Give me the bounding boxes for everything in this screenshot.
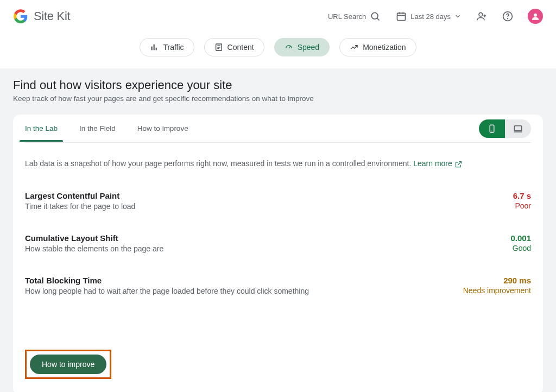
metric-desc: Time it takes for the page to load [25,202,513,211]
bar-chart-icon [150,43,159,52]
svg-rect-2 [397,13,406,20]
metric-rating: Poor [513,201,531,210]
page-title: Find out how visitors experience your si… [13,78,543,92]
nav-content-label: Content [228,43,254,52]
url-search-label: URL Search [328,12,366,21]
svg-point-11 [534,14,537,17]
nav-content[interactable]: Content [204,38,264,56]
metric-title: Cumulative Layout Shift [25,233,510,243]
google-g-icon [13,9,28,24]
lab-note: Lab data is a snapshot of how your page … [25,143,531,185]
header-controls: URL Search Last 28 days [328,9,543,24]
metric-title: Total Blocking Time [25,276,463,285]
svg-rect-14 [156,48,157,50]
tab-in-the-lab[interactable]: In the Lab [25,116,58,141]
nav-traffic-label: Traffic [163,43,184,52]
page-heading: Find out how visitors experience your si… [13,78,543,115]
metric-rating: Needs improvement [463,286,531,295]
device-mobile[interactable] [479,119,505,138]
help-icon[interactable] [502,10,514,22]
how-to-improve-highlight: How to improve [25,350,111,379]
metric-row: Total Blocking TimeHow long people had t… [25,269,531,312]
nav-monetization[interactable]: Monetization [339,38,416,56]
nav-monetization-label: Monetization [363,43,406,52]
nav-traffic[interactable]: Traffic [140,38,194,56]
nav-speed[interactable]: Speed [274,38,330,56]
speed-card: In the Lab In the Field How to improve L… [13,115,543,392]
svg-point-6 [479,12,483,16]
add-user-icon[interactable] [476,10,488,22]
metrics-list: Largest Contentful PaintTime it takes fo… [25,185,531,312]
metric-row: Largest Contentful PaintTime it takes fo… [25,185,531,227]
device-toggle [479,119,531,138]
tab-how-to-improve[interactable]: How to improve [137,116,188,141]
tab-in-the-field[interactable]: In the Field [79,116,116,141]
svg-rect-12 [151,47,153,50]
page-subtitle: Keep track of how fast your pages are an… [13,94,543,103]
learn-more-link[interactable]: Learn more [413,159,463,168]
metric-row: Cumulative Layout ShiftHow stable the el… [25,227,531,269]
metric-desc: How stable the elements on the page are [25,244,510,253]
url-search[interactable]: URL Search [328,10,381,22]
device-desktop[interactable] [505,119,531,138]
nav-speed-label: Speed [298,43,319,52]
svg-rect-13 [154,45,155,50]
svg-point-0 [372,12,378,19]
metric-value: 0.001 [510,233,531,243]
date-range-picker[interactable]: Last 28 days [395,10,462,22]
page-body: Find out how visitors experience your si… [0,68,556,392]
trending-up-icon [350,43,358,52]
brand-logo: Site Kit [13,9,70,24]
card-tab-row: In the Lab In the Field How to improve [25,115,531,143]
external-link-icon [454,160,463,168]
nav-row: Traffic Content Speed Monetization [0,33,556,68]
svg-rect-22 [514,126,522,131]
how-to-improve-button[interactable]: How to improve [30,355,106,374]
metric-desc: How long people had to wait after the pa… [25,287,463,295]
brand-text: Site Kit [34,9,70,23]
metric-rating: Good [510,244,531,252]
svg-point-10 [508,18,508,19]
metric-value: 290 ms [463,276,531,285]
document-icon [214,43,223,52]
metric-title: Largest Contentful Paint [25,191,513,200]
header: Site Kit URL Search Last 28 days [0,0,556,33]
speed-gauge-icon [285,43,293,52]
svg-line-19 [289,46,290,48]
metric-value: 6.7 s [513,191,531,200]
calendar-icon [395,10,407,22]
chevron-down-icon [454,12,462,20]
date-range-label: Last 28 days [410,12,451,21]
search-icon [369,10,381,22]
svg-line-1 [377,18,380,21]
avatar[interactable] [528,9,543,24]
lab-note-text: Lab data is a snapshot of how your page … [25,159,413,168]
